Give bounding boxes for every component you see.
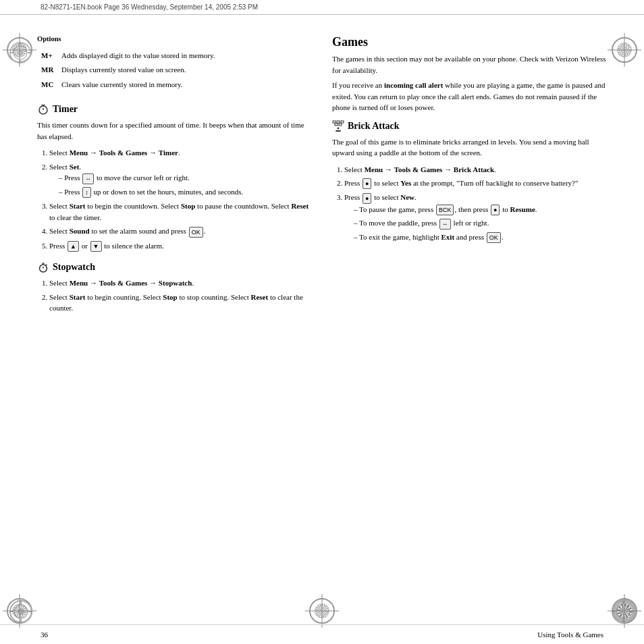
brick-step-2: Press ● to select Yes at the prompt, "Tu… — [344, 178, 607, 189]
timer-title-text: Timer — [53, 104, 78, 115]
timer-sub-2: Press ↕ up or down to set the hours, min… — [59, 186, 312, 198]
nav-key-icon-2: ↕ — [82, 187, 91, 198]
svg-rect-15 — [336, 130, 341, 132]
ok-key-icon: OK — [189, 227, 203, 238]
timer-step-4: Select Sound to set the alarm sound and … — [49, 225, 312, 237]
timer-intro: This timer counts down for a specified a… — [37, 119, 312, 142]
option-row-mc: MC Clears value currently stored in memo… — [38, 78, 311, 91]
brick-attack-title-text: Brick Attack — [348, 121, 400, 132]
timer-step-3: Select Start to begin the countdown. Sel… — [49, 200, 312, 223]
options-table: M+ Adds displayed digit to the value sto… — [37, 48, 312, 92]
timer-steps: Select Menu → Tools & Games → Timer. Sel… — [49, 147, 312, 252]
footer-section-title: Using Tools & Games — [537, 630, 603, 639]
brick-step-3-sub: To pause the game, press BCK, then press… — [354, 204, 607, 243]
svg-rect-13 — [339, 124, 342, 126]
brick-sub-3: To exit the game, highlight Exit and pre… — [354, 232, 607, 243]
footer-page-number: 36 — [41, 630, 48, 639]
stopwatch-icon — [37, 261, 49, 273]
games-intro1: The games in this section may not be ava… — [332, 53, 607, 76]
timer-icon — [37, 103, 49, 115]
svg-point-14 — [338, 127, 340, 129]
top-left-gear — [8, 41, 32, 68]
option-row-mp: M+ Adds displayed digit to the value sto… — [38, 49, 311, 62]
timer-step-5: Press ▲ or ▼ to silence the alarm. — [49, 240, 312, 252]
option-row-mr: MR Displays currently stored value on sc… — [38, 63, 311, 76]
brick-attack-steps: Select Menu → Tools & Games → Brick Atta… — [344, 164, 607, 244]
bottom-center-decoration — [309, 598, 335, 624]
stopwatch-step-2: Select Start to begin counting. Select S… — [49, 292, 312, 314]
svg-rect-12 — [335, 124, 338, 126]
nav-key-resume: ● — [491, 205, 500, 215]
main-content: Options M+ Adds displayed digit to the v… — [0, 22, 644, 317]
svg-rect-9 — [333, 121, 336, 123]
nav-key-ba: ● — [363, 178, 371, 189]
timer-sub-1: Press ↔ to move the cursor left or right… — [59, 172, 312, 184]
svg-point-32 — [620, 608, 626, 615]
svg-point-18 — [18, 50, 23, 55]
timer-step-2: Select Set. Press ↔ to move the cursor l… — [49, 161, 312, 198]
options-heading: Options — [37, 35, 312, 43]
stopwatch-title-text: Stopwatch — [53, 262, 95, 273]
brick-attack-intro: The goal of this game is to eliminate br… — [332, 136, 607, 159]
brick-step-1: Select Menu → Tools & Games → Brick Atta… — [344, 164, 607, 176]
brick-step-3: Press ● to select New. To pause the game… — [344, 192, 607, 243]
down-key-icon: ▼ — [90, 241, 102, 252]
stopwatch-step-1: Select Menu → Tools & Games → Stopwatch. — [49, 277, 312, 289]
stopwatch-steps: Select Menu → Tools & Games → Stopwatch.… — [49, 277, 312, 314]
page: 82-N8271-1EN.book Page 36 Wednesday, Sep… — [0, 0, 644, 644]
svg-rect-10 — [337, 121, 340, 123]
svg-rect-11 — [341, 121, 344, 123]
nav-key-ba2: ● — [363, 193, 371, 204]
svg-point-25 — [18, 608, 24, 615]
back-key-icon: BCK — [436, 205, 454, 215]
header-text: 82-N8271-1EN.book Page 36 Wednesday, Sep… — [41, 3, 258, 11]
option-key-mr: MR — [38, 63, 57, 76]
bottom-right-gear — [610, 599, 636, 627]
top-right-decoration — [612, 37, 637, 63]
header-bar: 82-N8271-1EN.book Page 36 Wednesday, Sep… — [0, 0, 644, 15]
option-key-mp: M+ — [38, 49, 57, 62]
stopwatch-title: Stopwatch — [37, 261, 312, 273]
brick-sub-2: To move the paddle, press ↔ left or righ… — [354, 217, 607, 229]
nav-key-icon: ↔ — [82, 173, 94, 184]
timer-title: Timer — [37, 103, 312, 115]
option-key-mc: MC — [38, 78, 57, 91]
bottom-left-gear — [8, 599, 34, 627]
timer-step-1: Select Menu → Tools & Games → Timer. — [49, 147, 312, 159]
option-desc-mp: Adds displayed digit to the value stored… — [59, 49, 311, 62]
brick-attack-icon — [332, 120, 344, 132]
incoming-call-alert-bold: incoming call alert — [384, 81, 443, 89]
option-desc-mr: Displays currently stored value on scree… — [59, 63, 311, 76]
svg-line-8 — [46, 265, 47, 266]
right-column: Games The games in this section may not … — [332, 35, 607, 317]
timer-step-2-sub: Press ↔ to move the cursor left or right… — [59, 172, 312, 198]
option-desc-mc: Clears value currently stored in memory. — [59, 78, 311, 91]
brick-sub-1: To pause the game, press BCK, then press… — [354, 204, 607, 215]
up-key-icon: ▲ — [68, 241, 79, 252]
games-heading: Games — [332, 35, 607, 49]
nav-lr-key: ↔ — [439, 219, 451, 230]
games-intro2: If you receive an incoming call alert wh… — [332, 80, 607, 113]
ok-key-ba: OK — [487, 232, 501, 243]
left-column: Options M+ Adds displayed digit to the v… — [37, 35, 312, 317]
brick-attack-title: Brick Attack — [332, 120, 607, 132]
footer: 36 Using Tools & Games — [0, 624, 644, 644]
